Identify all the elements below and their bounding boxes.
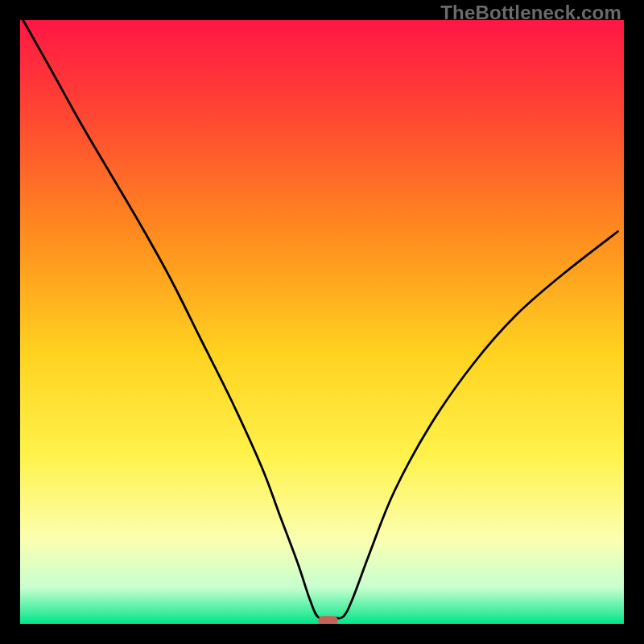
bottleneck-chart <box>20 20 624 624</box>
optimal-point-marker <box>319 616 338 624</box>
watermark-text: TheBottleneck.com <box>440 2 621 24</box>
chart-frame <box>20 20 624 624</box>
chart-background <box>20 20 624 624</box>
